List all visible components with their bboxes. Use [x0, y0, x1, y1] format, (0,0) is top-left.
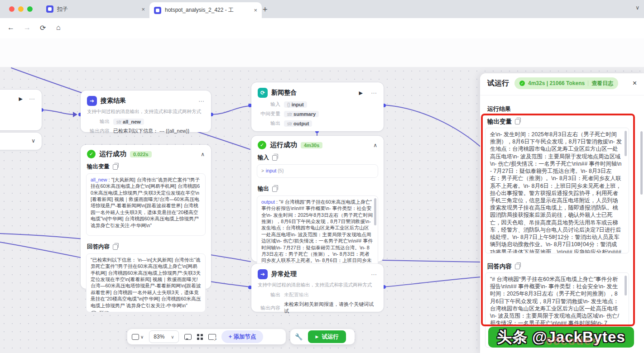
chevron-down-icon[interactable]: ∨: [31, 138, 35, 144]
panel-answer-text: "# 台湾桃园“男子挂在60米高压电缆上身亡”事件分析报告\n\n## 事件概要…: [490, 276, 619, 326]
run-status: 运行成功: [99, 150, 126, 158]
panel-output-box[interactable]: 全\n- 发生时间：2025年8月3日左右（男子死亡时间推测），8月6日下午民众…: [485, 128, 629, 253]
test-run-button[interactable]: ▶ 试运行: [308, 330, 346, 343]
node-title: 新闻整合: [271, 89, 297, 97]
copy-icon[interactable]: [272, 155, 277, 161]
scrollbar-thumb[interactable]: [374, 198, 376, 225]
coze-favicon: [46, 5, 53, 13]
field-label: 输入: [258, 101, 280, 108]
node-run-icon[interactable]: ▶: [19, 96, 23, 102]
copy-icon[interactable]: [272, 186, 277, 192]
variable-value: "# 台湾桃园“男子挂在60米高压电缆上身亡”事件分析报告\n\n## 事件概要…: [261, 199, 373, 269]
input-variable-badge: {}input: [284, 101, 307, 108]
eye-icon: [91, 311, 97, 312]
run-toolbar: 🔧 ▶ 试运行: [290, 329, 355, 344]
section-label: 输入: [258, 154, 269, 162]
test-run-panel: 试运行 ✓ 4m32s | 21066 Tokens 查看日志 × 运行结果 输…: [480, 73, 644, 353]
answer-text: "已检索到以下信息： \n---\n[大风新闻] 台湾传出“诡异死亡案件”!男子…: [91, 257, 201, 308]
mac-close-button[interactable]: [9, 6, 14, 12]
wrench-icon[interactable]: 🔧: [295, 333, 303, 340]
forward-icon[interactable]: →: [24, 24, 31, 32]
node-desc: 支持中间过程的消息输出，支持流式和非流式两种方式: [251, 281, 384, 290]
answer-content-box[interactable]: "已检索到以下信息： \n---\n[大风新闻] 台湾传出“诡异死亡案件”!男子…: [86, 253, 206, 312]
add-node-button[interactable]: + 添加节点: [221, 330, 264, 343]
variable-key: all_new: [91, 177, 107, 182]
panel-run-badge[interactable]: ✓ 4m32s | 21066 Tokens 查看日志: [514, 77, 618, 89]
preview-link[interactable]: 预览: [91, 310, 201, 312]
node-title: 搜索结果: [101, 97, 126, 105]
field-label: 输出: [87, 118, 110, 125]
close-panel-icon[interactable]: ×: [633, 79, 637, 87]
back-icon[interactable]: ←: [7, 24, 14, 32]
variable-value: "[大风新闻] 台湾传出“诡异死亡案件”!男子挂在60米高压电缆上身亡\n[网易…: [91, 177, 200, 228]
zoom-level: 83%: [154, 334, 164, 340]
node-exception[interactable]: ➔ 异常处理 ⋯ 支持中间过程的消息输出，支持流式和非流式两种方式 输出 未配置…: [251, 264, 384, 312]
duration-badge: 4m30s: [301, 142, 322, 148]
collapse-icon[interactable]: ∧: [373, 142, 377, 148]
node-more-icon[interactable]: ⋯: [371, 271, 377, 278]
home-icon[interactable]: ⌂: [56, 24, 61, 32]
canvas-toolbar: ∨ 83% ∨ + 添加节点: [127, 329, 286, 344]
expand-caret-icon[interactable]: >: [261, 168, 264, 173]
output-variable-box[interactable]: all_new : "[大风新闻] 台湾传出“诡异死亡案件”!男子挂在60米高压…: [86, 173, 206, 236]
frame-select-icon[interactable]: ∨: [132, 334, 144, 340]
coze-favicon: [154, 7, 161, 14]
copy-icon[interactable]: [515, 264, 520, 269]
collapse-icon[interactable]: ∧: [201, 151, 205, 157]
browser-tab-coze-home[interactable]: 扣子 ×: [42, 0, 149, 18]
node-search-result[interactable]: ➔ 搜索结果 ⋯ 支持中间过程的消息输出，支持流式和非流式两种方式 输出 str…: [81, 91, 211, 132]
copy-icon[interactable]: [113, 244, 118, 250]
input-box[interactable]: >input {5}: [257, 164, 378, 178]
node-run-icon[interactable]: ▶: [359, 90, 363, 96]
reload-icon[interactable]: ⟳: [40, 24, 46, 32]
partial-node[interactable]: ▶ ⋯: [0, 90, 42, 130]
auto-layout-icon[interactable]: [197, 334, 203, 340]
message-node-icon: ➔: [87, 96, 97, 106]
comment-icon[interactable]: [184, 334, 192, 340]
loop-node-icon: ⟳: [258, 88, 268, 98]
mac-zoom-button[interactable]: [27, 6, 33, 12]
node-news-merge[interactable]: ⟳ 新闻整合 ▶ ⋯ 输入 {}input 中间变量 strsummary 输出…: [251, 82, 384, 131]
field-value: 已检索到以下信息： --- {{all_new}}: [113, 128, 189, 134]
copy-icon[interactable]: [515, 119, 520, 124]
view-log-link[interactable]: 查看日志: [591, 80, 613, 87]
field-label: 输出: [258, 120, 280, 127]
chevron-down-icon: ∨: [171, 334, 174, 339]
variable-key: output: [261, 199, 275, 205]
output-var-label: 输出变量: [487, 118, 512, 126]
tab-title: hotspot_analysis_2_422 - 工: [165, 6, 247, 14]
node-more-icon[interactable]: ⋯: [29, 95, 35, 102]
success-check-icon: ✓: [258, 141, 266, 149]
node-title: 异常处理: [271, 270, 297, 278]
answer-label: 回答内容: [487, 262, 512, 271]
scrollbar-thumb[interactable]: [625, 276, 627, 296]
zoom-select[interactable]: 83% ∨: [149, 330, 178, 343]
node-more-icon[interactable]: ⋯: [198, 98, 205, 105]
field-value: 未检索到相关新闻报道，请换个关键词试试: [284, 301, 377, 315]
partial-dropdown[interactable]: ∨: [0, 133, 42, 150]
tab-close-icon[interactable]: ×: [254, 7, 257, 14]
output-box[interactable]: output : "# 台湾桃园“男子挂在60米高压电缆上身亡”事件分析报告\n…: [257, 196, 378, 269]
output-variable-badge: strall_new: [113, 119, 144, 125]
section-label: 输出: [258, 185, 269, 193]
browser-tab-workflow[interactable]: hotspot_analysis_2_422 - 工 ×: [149, 2, 262, 18]
run-result-card-news[interactable]: ✓ 运行成功 4m30s ∧ 输入 >input {5} 输出 output :…: [251, 136, 384, 262]
new-tab-button[interactable]: ＋: [261, 4, 269, 14]
copy-icon[interactable]: [113, 164, 118, 170]
mid-variable-badge: strsummary: [284, 111, 319, 117]
node-more-icon[interactable]: ⋯: [371, 90, 377, 96]
mac-minimize-button[interactable]: [18, 6, 24, 12]
browser-tab-strip: 扣子 × hotspot_analysis_2_422 - 工 × ＋ ∨: [0, 0, 644, 18]
tab-close-icon[interactable]: ×: [141, 6, 145, 13]
scrollbar-thumb[interactable]: [625, 131, 627, 156]
watermark-sub-text: 68codes: [546, 334, 599, 348]
panel-scrollbar-thumb[interactable]: [640, 131, 643, 195]
test-run-label: 试运行: [322, 333, 339, 341]
tab-search-chevron-icon[interactable]: ∨: [635, 5, 639, 11]
section-label: 回答内容: [87, 243, 110, 251]
export-view-icon[interactable]: [208, 334, 216, 340]
panel-output-text: 全\n- 发生时间：2025年8月3日左右（男子死亡时间推测），8月6日下午民众…: [490, 131, 622, 253]
tab-title: 扣子: [57, 5, 135, 13]
run-result-card-search[interactable]: ✓ 运行成功 0.022s ∧ 输出变量 all_new : "[大风新闻] 台…: [81, 145, 211, 289]
duration-badge: 0.022s: [130, 151, 152, 157]
